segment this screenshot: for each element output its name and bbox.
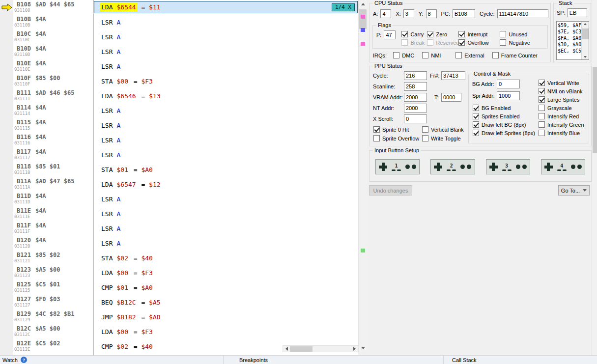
checkbox-grayscale[interactable]: Grayscale [539,105,584,111]
checkbox-box-icon[interactable] [458,39,465,46]
stack-listbox[interactable]: $59, $AF,$7E, $C3,$FA, $A0,$30, $A0,$EC,… [556,21,589,60]
spr-addr-field[interactable]: 1000 [497,91,520,100]
instruction-cell[interactable]: LSRA [94,221,358,236]
disassembly-row[interactable]: B116$4A 031116 LSRA [0,133,358,147]
instruction-cell[interactable]: STA$00 = $F3 [94,74,358,88]
ppu-xscroll-field[interactable]: 0 [404,114,427,123]
checkbox-vertical-blank[interactable]: Vertical Blank [422,126,464,133]
controller-4-button[interactable]: 4 [541,159,585,174]
checkbox-interrupt[interactable]: Interrupt [458,31,500,37]
disassembly-row[interactable]: B121$85 $02 031121 STA$02 = $40 [0,251,358,265]
instruction-cell[interactable]: STA$01 = $A0 [94,162,358,177]
ppu-frame-field[interactable]: 37413 [441,71,465,80]
disassembly-row[interactable]: B118$85 $01 031118 STA$01 = $A0 [0,162,358,177]
ppu-cycle-field[interactable]: 216 [404,71,427,80]
checkbox-box-icon[interactable] [539,80,545,86]
register-field-x[interactable]: 3 [403,9,414,18]
disassembly-row[interactable]: B117$4A 031117 LSRA [0,147,358,162]
instruction-cell[interactable]: LSRA [94,44,358,59]
disassembly-row[interactable]: B129$4C $82 $B1 031129 JMP$B182 = $AD [0,309,358,324]
horizontal-scrollbar-thumb[interactable] [290,346,313,352]
checkbox-sprites-enabled[interactable]: Sprites Enabled [473,113,535,119]
ppu-t-field[interactable]: 0000 [441,93,461,102]
instruction-cell[interactable]: LDA$6546 = $13 [94,88,358,103]
checkbox-nmi[interactable]: NMI [422,52,441,58]
register-field-cycle[interactable]: 1114147810 [497,9,548,18]
stack-entry[interactable]: $FA, $A0, [558,35,584,41]
instruction-cell[interactable]: LSRA [94,103,358,118]
disassembly-vertical-scrollbar[interactable] [358,0,367,352]
scroll-up-button[interactable] [359,0,367,8]
undo-changes-button[interactable]: Undo changes [369,185,412,196]
help-icon[interactable]: ? [21,357,27,363]
disassembly-row[interactable]: B111$AD $46 $65 031111 LDA$6546 = $13 [0,88,358,103]
checkbox-box-icon[interactable] [458,31,465,37]
disassembly-row[interactable]: B10C$4A 03110C LSRA [0,29,358,44]
watch-panel-tab[interactable]: Watch [2,357,18,363]
checkbox-intensify-red[interactable]: Intensify Red [539,113,584,119]
disassembly-row[interactable]: B114$4A 031114 LSRA [0,103,358,118]
instruction-cell[interactable]: LSRA [94,192,358,206]
ppu-nt-field[interactable]: 2000 [404,104,427,112]
checkbox-intensify-green[interactable]: Intensify Green [539,121,584,128]
checkbox-box-icon[interactable] [422,126,428,133]
disassembly-row[interactable]: B123$A5 $00 031123 LDA$00 = $F3 [0,265,358,280]
disassembly-row[interactable]: B10E$4A 03110E LSRA [0,59,358,74]
checkbox-box-icon[interactable] [455,52,462,58]
bg-addr-field[interactable]: 0 [497,80,520,88]
checkbox-external[interactable]: External [455,52,484,58]
checkbox-frame-counter[interactable]: Frame Counter [492,52,538,58]
checkbox-box-icon[interactable] [500,31,506,37]
instruction-cell[interactable]: STA$02 = $40 [94,251,358,265]
arrow-up-icon[interactable] [584,23,587,25]
checkbox-box-icon[interactable] [539,130,545,136]
vertical-scrollbar-thumb[interactable] [359,9,367,29]
checkbox-box-icon[interactable] [500,39,506,46]
disassembly-row[interactable]: B11F$4A 03111F LSRA [0,221,358,236]
stack-entry[interactable]: $EC, $C5 [558,48,584,54]
ppu-scanline-field[interactable]: 258 [404,82,427,91]
instruction-cell[interactable]: LDA$6544 = $11 1/4 X [94,1,358,13]
checkbox-box-icon[interactable] [539,96,545,103]
checkbox-box-icon[interactable] [539,105,545,111]
ppu-vram-field[interactable]: 2000 [404,93,427,102]
go-to-button[interactable]: Go To... [558,185,590,196]
disassembly-row[interactable]: B12C$A5 $00 03112C LDA$00 = $F3 [0,324,358,339]
checkbox-draw-left-sprites-8px[interactable]: Draw left Sprites (8px) [473,130,535,136]
checkbox-write-toggle[interactable]: Write Toggle [422,135,464,141]
controller-1-button[interactable]: 1 [375,159,420,174]
checkbox-dmc[interactable]: DMC [393,52,414,58]
instruction-cell[interactable]: LSRA [94,29,358,44]
checkbox-vertical-write[interactable]: Vertical Write [539,80,584,86]
instruction-cell[interactable]: LDA$6547 = $12 [94,177,358,192]
instruction-cell[interactable]: BEQ$B12C = $A5 [94,295,358,309]
disassembly-row[interactable]: B120$4A 031120 LSRA [0,236,358,251]
checkbox-box-icon[interactable] [539,121,545,128]
checkbox-carry[interactable]: Carry [401,31,427,37]
disassembly-row[interactable]: B108$AD $44 $65 031108 LDA$6544 = $11 1/… [0,0,358,15]
register-field-a[interactable]: 4 [380,9,391,18]
controller-3-button[interactable]: 3 [486,159,530,174]
instruction-cell[interactable]: LSRA [94,147,358,162]
checkbox-draw-left-bg-8px[interactable]: Draw left BG (8px) [473,121,535,128]
stack-scrollbar[interactable] [581,22,589,59]
instruction-cell[interactable]: LSRA [94,236,358,251]
controller-2-button[interactable]: 2 [430,159,475,174]
stack-entry[interactable]: $59, $AF, [558,22,584,28]
checkbox-box-icon[interactable] [373,126,380,133]
instruction-cell[interactable]: CMP$01 = $A0 [94,280,358,295]
stack-entry[interactable]: $7E, $C3, [558,28,584,35]
instruction-cell[interactable]: LDA$00 = $F3 [94,265,358,280]
checkbox-box-icon[interactable] [539,113,545,119]
scroll-down-button[interactable] [359,344,367,352]
disassembly-row[interactable]: B127$F0 $03 031127 BEQ$B12C = $A5 [0,295,358,309]
instruction-cell[interactable]: LSRA [94,133,358,147]
breakpoints-panel-tab[interactable]: Breakpoints [239,357,268,363]
instruction-cell[interactable]: LSRA [94,59,358,74]
disassembly-row[interactable]: B11A$AD $47 $65 03111A LDA$6547 = $12 [0,177,358,192]
disassembly-row[interactable]: B115$4A 031115 LSRA [0,118,358,133]
sp-field[interactable]: EB [568,8,587,17]
p-register-field[interactable]: 47 [384,30,396,39]
disassembly-horizontal-scrollbar[interactable] [283,345,358,352]
checkbox-box-icon[interactable] [427,31,433,37]
